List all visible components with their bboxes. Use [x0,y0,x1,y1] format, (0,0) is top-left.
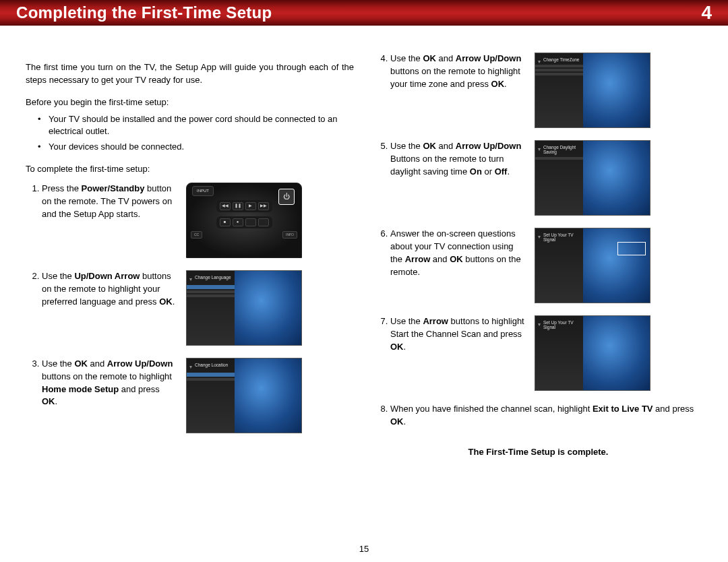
step-2: Use the Up/Down Arrow buttons on the rem… [42,270,354,346]
vizio-logo-icon: ▾ [538,233,541,241]
steps-left: Press the Power/Standby button on the re… [26,183,354,433]
remote-stop-icon: ■ [220,218,231,226]
remote-image: INPUT ⏻ ◀◀ ❚❚ ▶ ▶▶ ■ ● [186,183,302,258]
step-5: Use the OK and Arrow Up/Down Buttons on … [390,140,702,216]
step-8: When you have finished the channel scan,… [390,403,702,429]
step-3: Use the OK and Arrow Up/Down buttons on … [42,358,354,433]
steps-right: Use the OK and Arrow Up/Down buttons on … [374,53,702,429]
remote-play-icon: ▶ [245,202,256,210]
highlight-box [617,242,646,255]
intro-paragraph: The first time you turn on the TV, the S… [26,61,354,87]
left-column: The first time you turn on the TV, the S… [26,53,354,459]
completion-message: The First-Time Setup is complete. [374,446,702,459]
tv-screenshot-location: ▾ Change Location [186,358,302,433]
right-column: Use the OK and Arrow Up/Down buttons on … [374,53,702,459]
vizio-logo-icon: ▾ [189,276,192,284]
step-4: Use the OK and Arrow Up/Down buttons on … [390,53,702,128]
prereq-item-1: Your TV should be installed and the powe… [49,113,354,139]
step-4-text: Use the OK and Arrow Up/Down buttons on … [390,53,525,91]
tv-screenshot-daylight: ▾ Change Daylight Saving [535,140,650,216]
step-1: Press the Power/Standby button on the re… [42,183,354,258]
step-6-text: Answer the on-screen questions about you… [390,228,525,278]
prerequisite-list: Your TV should be installed and the powe… [26,113,354,154]
step-2-text: Use the Up/Down Arrow buttons on the rem… [42,270,177,309]
to-complete-heading: To complete the first-time setup: [26,163,354,176]
header-bar: Completing the First-Time Setup 4 [0,0,728,26]
tv-screenshot-language: ▾ Change Language [186,270,302,346]
remote-rec-icon: ● [233,218,243,226]
remote-cc-button: CC [191,231,202,239]
content-columns: The first time you turn on the TV, the S… [0,26,728,459]
tv-screenshot-timezone: ▾ Change TimeZone [535,53,650,128]
vizio-logo-icon: ▾ [538,321,541,329]
vizio-logo-icon: ▾ [538,58,541,66]
remote-info-button: INFO [282,231,297,239]
vizio-logo-icon: ▾ [189,363,192,371]
step-3-text: Use the OK and Arrow Up/Down buttons on … [42,358,177,408]
remote-input-button: INPUT [192,186,214,196]
remote-rewind-icon: ◀◀ [220,202,231,210]
tv-screenshot-signal-2: ▾ Set Up Your TV Signal [535,315,650,391]
step-7-text: Use the Arrow buttons to highlight Start… [390,315,525,354]
step-8-text: When you have finished the channel scan,… [390,403,702,429]
tv-screenshot-signal-1: ▾ Set Up Your TV Signal [535,228,650,303]
remote-power-button: ⏻ [278,189,295,205]
step-6: Answer the on-screen questions about you… [390,228,702,303]
before-heading: Before you begin the first-time setup: [26,96,354,109]
remote-pause-icon: ❚❚ [233,202,243,210]
prereq-item-2: Your devices should be connected. [49,141,354,154]
page-number: 15 [0,544,728,554]
step-7: Use the Arrow buttons to highlight Start… [390,315,702,391]
step-1-text: Press the Power/Standby button on the re… [42,183,177,221]
step-5-text: Use the OK and Arrow Up/Down Buttons on … [390,140,525,179]
vizio-logo-icon: ▾ [538,146,541,154]
remote-ff-icon: ▶▶ [258,202,269,210]
chapter-number: 4 [701,2,712,24]
page-title: Completing the First-Time Setup [16,3,272,22]
